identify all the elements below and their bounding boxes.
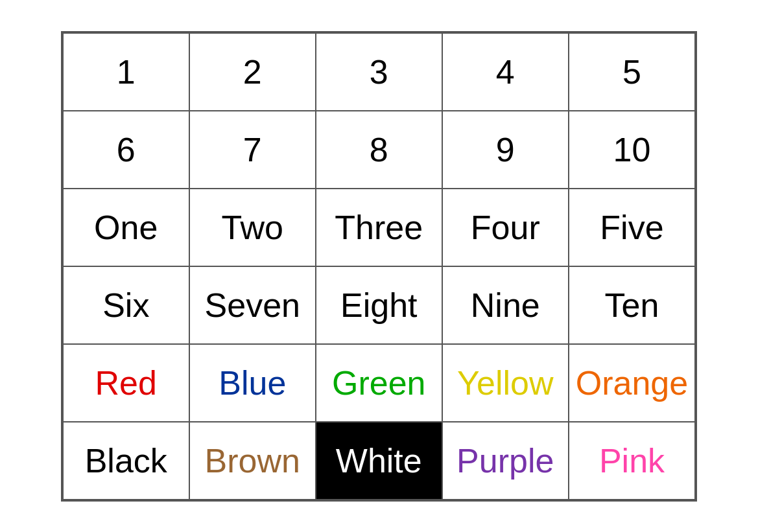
table-cell: Brown [189,422,316,500]
table-cell: Ten [569,266,695,344]
table-cell: Pink [569,422,695,500]
table-row: BlackBrownWhitePurplePink [63,422,695,500]
table-cell: White [316,422,442,500]
table-cell: Red [63,344,189,422]
table-cell: Three [316,189,442,266]
table-cell: 1 [63,33,189,111]
table-row: RedBlueGreenYellowOrange [63,344,695,422]
table-cell: Nine [442,266,569,344]
table-cell: 5 [569,33,695,111]
table-cell: 4 [442,33,569,111]
table-cell: Six [63,266,189,344]
table-row: 678910 [63,111,695,189]
table-cell: 6 [63,111,189,189]
table-cell: Orange [569,344,695,422]
table-cell: One [63,189,189,266]
table-cell: Eight [316,266,442,344]
table-cell: Purple [442,422,569,500]
table-cell: 10 [569,111,695,189]
table-cell: Black [63,422,189,500]
table-cell: Two [189,189,316,266]
table-row: OneTwoThreeFourFive [63,189,695,266]
table-cell: Yellow [442,344,569,422]
vocabulary-table: 12345678910OneTwoThreeFourFiveSixSevenEi… [62,32,696,500]
table-cell: 7 [189,111,316,189]
table-cell: Five [569,189,695,266]
table-cell: Blue [189,344,316,422]
table-cell: Four [442,189,569,266]
table-cell: Green [316,344,442,422]
table-cell: 3 [316,33,442,111]
table-cell: Seven [189,266,316,344]
table-cell: 8 [316,111,442,189]
table-row: 12345 [63,33,695,111]
main-table-container: 12345678910OneTwoThreeFourFiveSixSevenEi… [61,31,697,502]
table-row: SixSevenEightNineTen [63,266,695,344]
table-cell: 9 [442,111,569,189]
table-cell: 2 [189,33,316,111]
